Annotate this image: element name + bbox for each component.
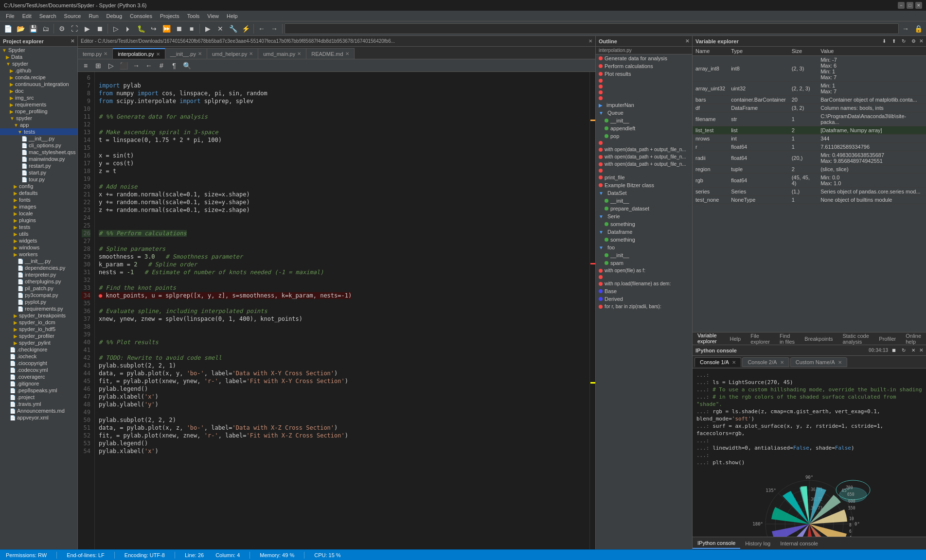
- tab-temp-close[interactable]: ✕: [104, 51, 107, 56]
- tree-item-project[interactable]: 📄 .project: [0, 394, 77, 401]
- tab-help[interactable]: Help: [725, 334, 746, 344]
- outline-item-e5[interactable]: [596, 140, 692, 146]
- preferences-button[interactable]: ⚙: [56, 23, 68, 35]
- outline-item-e1[interactable]: [596, 78, 692, 84]
- col-name[interactable]: Name: [693, 47, 728, 56]
- outline-item-plot[interactable]: Plot results: [596, 70, 692, 78]
- var-row-array-int8[interactable]: array_int8 int8 (2, 3) Min: -7Max: 6Min:…: [693, 56, 926, 82]
- tree-item-cli[interactable]: 📄 cli_options.py: [0, 142, 77, 149]
- editor-tb-debug[interactable]: ⬛: [118, 60, 129, 71]
- outline-item-e7[interactable]: [596, 274, 692, 280]
- col-value[interactable]: Value: [818, 47, 926, 56]
- var-row-filename[interactable]: filename str 1 C:\ProgramData\Anaconda3\…: [693, 112, 926, 126]
- menu-file[interactable]: File: [2, 12, 18, 20]
- menu-debug[interactable]: Debug: [103, 12, 126, 20]
- tree-item-requirements[interactable]: ▶ requirements: [0, 101, 77, 108]
- menu-search[interactable]: Search: [36, 12, 60, 20]
- ipython-tab-console1[interactable]: Console 1/A ✕: [694, 357, 741, 367]
- menu-edit[interactable]: Edit: [18, 12, 36, 20]
- outline-item-dataframe[interactable]: ▼ Dataframe: [596, 228, 692, 236]
- save-all-button[interactable]: 🗂: [40, 23, 52, 35]
- editor-tb-comment[interactable]: #: [156, 60, 167, 71]
- step-button[interactable]: ↪: [148, 23, 160, 35]
- run-button[interactable]: ▷: [110, 23, 122, 35]
- ipython-tab1-close[interactable]: ✕: [732, 360, 736, 365]
- menu-consoles[interactable]: Consoles: [126, 12, 156, 20]
- tree-item-pil[interactable]: 📄 pil_patch.py: [0, 285, 77, 292]
- tab-umdm-close[interactable]: ✕: [297, 51, 301, 56]
- tab-init-py[interactable]: __init__.py ✕: [165, 48, 207, 59]
- var-row-rgb[interactable]: rgb float64 (45, 45, 4) Min: 0.0Max: 1.0: [693, 174, 926, 188]
- tab-static-analysis[interactable]: Static code analysis: [837, 331, 874, 346]
- var-row-test-none[interactable]: test_none NoneType 1 None object of buil…: [693, 196, 926, 204]
- tab-internal-console[interactable]: Internal console: [775, 539, 823, 548]
- tree-root-spyder[interactable]: ▼ Spyder: [0, 47, 77, 53]
- var-row-list-test[interactable]: list_test list 2 [Dataframe, Numpy array…: [693, 126, 926, 135]
- console-output[interactable]: ...: ...: ls = LightSource(270, 45) ...:…: [693, 368, 926, 537]
- tree-item-locale[interactable]: ▶ locale: [0, 210, 77, 217]
- toolbar-btn-run2[interactable]: ▶: [202, 23, 214, 35]
- outline-item-with1[interactable]: with open(data_path + output_file_n...: [596, 146, 692, 153]
- var-filter-btn[interactable]: ⚙: [909, 37, 917, 45]
- tree-item-checkignore[interactable]: 📄 .checkignore: [0, 346, 77, 353]
- outline-item-init-q[interactable]: __init__: [596, 117, 692, 124]
- tree-item-spyder-profiler[interactable]: ▶ spyder_profiler: [0, 332, 77, 339]
- menu-projects[interactable]: Projects: [156, 12, 183, 20]
- outline-item-forloop[interactable]: for r, bar in zip(radii, bars):: [596, 303, 692, 310]
- tree-item-dependencies[interactable]: 📄 dependencies.py: [0, 264, 77, 271]
- outline-item-init-foo[interactable]: __init__: [596, 251, 692, 259]
- tab-profiler[interactable]: Profiler: [874, 334, 901, 344]
- tree-item-fonts[interactable]: ▶ fonts: [0, 196, 77, 203]
- tree-item-defaults[interactable]: ▶ defaults: [0, 190, 77, 196]
- menu-view[interactable]: View: [203, 12, 223, 20]
- var-row-radii[interactable]: radii float64 (20,) Min: 0.4983036638535…: [693, 151, 926, 165]
- outline-item-derived[interactable]: Derived: [596, 295, 692, 303]
- tree-item-tour[interactable]: 📄 tour.py: [0, 176, 77, 183]
- maximize-button[interactable]: □: [907, 2, 913, 9]
- tree-item-coveragerc[interactable]: 📄 .coveragerc: [0, 373, 77, 380]
- toolbar-btn-extra[interactable]: ⚡: [240, 23, 251, 35]
- tree-item-doc[interactable]: ▶ doc: [0, 88, 77, 94]
- tree-item-interpreter[interactable]: 📄 interpreter.py: [0, 271, 77, 278]
- toolbar-lock-button[interactable]: 🔒: [912, 23, 924, 35]
- continue-button[interactable]: ⏩: [160, 23, 172, 35]
- menu-source[interactable]: Source: [60, 12, 85, 20]
- tree-item-spyder3[interactable]: ▼ spyder: [0, 115, 77, 122]
- tab-breakpoints[interactable]: Breakpoints: [800, 334, 837, 344]
- code-editor[interactable]: import pylab from numpy import cos, lins…: [95, 72, 589, 549]
- ipython-close[interactable]: ✕: [919, 348, 923, 353]
- ipython-restart-btn[interactable]: ↻: [900, 347, 908, 354]
- tab-umd-helper[interactable]: umd_helper.py ✕: [207, 48, 258, 59]
- tree-item-ciocopyright[interactable]: 📄 .ciocopyright: [0, 360, 77, 367]
- outline-item-perform[interactable]: Perform calculations: [596, 62, 692, 70]
- tree-item-py3[interactable]: 📄 py3compat.py: [0, 292, 77, 298]
- tree-item-tests2[interactable]: ▶ tests: [0, 224, 77, 230]
- var-row-region[interactable]: region tuple 2 (slice, slice): [693, 165, 926, 174]
- col-type[interactable]: Type: [728, 47, 789, 56]
- project-explorer-close[interactable]: ✕: [71, 38, 74, 44]
- var-row-r[interactable]: r float64 1 7.611082589334796: [693, 143, 926, 151]
- editor-tb-1[interactable]: ≡: [80, 60, 91, 71]
- tree-item-mainwindow[interactable]: 📄 mainwindow.py: [0, 156, 77, 162]
- outline-item-e4[interactable]: [596, 95, 692, 101]
- menu-help[interactable]: Help: [223, 12, 242, 20]
- var-row-df[interactable]: df DataFrame (3, 2) Column names: bools,…: [693, 104, 926, 112]
- outline-close[interactable]: ✕: [685, 38, 689, 44]
- tab-readme[interactable]: README.md ✕: [306, 48, 354, 59]
- tab-interpolation-py[interactable]: interpolation.py ✕: [113, 48, 165, 59]
- tree-item-codecov[interactable]: 📄 .codecov.yml: [0, 367, 77, 373]
- editor-tb-unindent[interactable]: ←: [143, 60, 155, 71]
- tree-item-iocheck[interactable]: 📄 .iocheck: [0, 353, 77, 360]
- tree-item-images[interactable]: ▶ images: [0, 203, 77, 210]
- run-cell-button[interactable]: ⏵: [123, 23, 134, 35]
- path-input[interactable]: C:/Users/TestUser/Downloads/16740156420f…: [285, 23, 899, 34]
- tab-ipython-console[interactable]: IPython console: [693, 538, 740, 549]
- close-button[interactable]: ✕: [915, 2, 922, 9]
- tab-variable-explorer[interactable]: Variable explorer: [693, 331, 725, 346]
- outline-item-npload[interactable]: with np.load(filename) as dem:: [596, 280, 692, 287]
- ipython-interrupt-btn[interactable]: ⏹: [890, 347, 898, 354]
- tab-file-explorer[interactable]: File explorer: [746, 331, 775, 346]
- tree-item-spyder-hdf5[interactable]: ▶ spyder_io_hdf5: [0, 326, 77, 332]
- tab-umd-main[interactable]: umd_main.py ✕: [258, 48, 306, 59]
- outline-item-init-ds[interactable]: __init__: [596, 197, 692, 205]
